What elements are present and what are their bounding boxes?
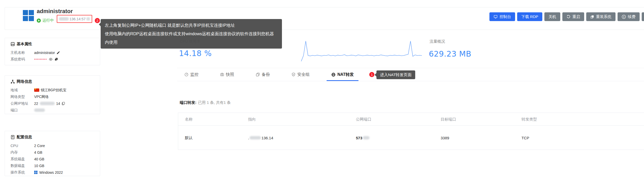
basic-properties-card: 基本属性 主机名称 administrator 系统密码 •••••••••	[5, 38, 100, 65]
card-title-text: 配置信息	[17, 135, 32, 140]
copy-backup-icon	[256, 72, 260, 77]
shield-icon	[291, 72, 296, 77]
password-row: 系统密码 •••••••••	[11, 57, 94, 61]
tab-monitoring[interactable]: 监控	[180, 68, 203, 81]
port-forwarding-table: 名称 指向 公网端口 目标端口 转发类型 默认 .136.14 573 3389…	[178, 113, 644, 150]
redacted-blur	[86, 17, 90, 21]
cpu-row: CPU 2 Core	[11, 144, 94, 148]
table-row: 默认 .136.14 573 3389 TCP	[178, 126, 644, 150]
ip-help-tooltip: 左上角复制公网IP+公网随机端口 就是默认您共享IP挂机宝连接IP地址 使用电脑…	[101, 19, 282, 49]
network-info-card: 网络信息 地域 镇江BGP挂机宝 网络类型 VPC网络 公网IP地址 22 14…	[5, 75, 100, 114]
tab-nat-forwarding[interactable]: NAT转发	[327, 68, 358, 81]
running-play-icon	[37, 19, 41, 23]
rule-target: .136.14	[248, 135, 273, 140]
region-row: 地域 镇江BGP挂机宝	[11, 88, 94, 92]
cut-off-button[interactable]	[642, 12, 644, 21]
tooltip-line-1: 左上角复制公网IP+公网随机端口 就是默认您共享IP挂机宝连接IP地址	[105, 21, 278, 30]
vm-status: 运行中	[37, 18, 54, 23]
renew-icon: $	[622, 15, 626, 19]
redacted-blur	[40, 102, 55, 105]
traffic-label: 流量概况	[430, 39, 445, 44]
restart-icon	[566, 15, 571, 19]
redacted-blur	[59, 17, 69, 21]
redacted-blur	[250, 136, 261, 139]
ip-visible-text: 136.14:57	[70, 17, 86, 21]
renew-button[interactable]: $ 续费	[618, 12, 640, 21]
os-row: 操作系统 Windows 2022	[11, 170, 94, 174]
ip-prefix: 22	[34, 102, 38, 106]
connection-ip-highlight[interactable]: 136.14:57	[57, 15, 92, 23]
region-value: 镇江BGP挂机宝	[41, 88, 67, 93]
shutdown-button[interactable]: 关机	[544, 12, 560, 21]
col-header-public-port: 公网端口	[356, 117, 371, 122]
reinstall-icon	[590, 15, 594, 19]
reinstall-os-button[interactable]: 重装系统	[586, 12, 615, 21]
status-label: 运行中	[42, 18, 54, 23]
system-disk-value: 40 GB	[34, 157, 44, 161]
rule-type-link[interactable]: TCP	[522, 135, 529, 140]
console-icon	[494, 15, 498, 19]
header-actions: 控制台 下载 RDP 关机 重启 重装系统 $ 续费	[489, 12, 644, 21]
network-card-icon	[11, 79, 15, 84]
windows-logo-small-icon	[34, 171, 38, 174]
network-type-value: VPC网络	[34, 95, 49, 99]
rule-name: 默认	[185, 135, 193, 140]
system-disk-row: 系统磁盘 40 GB	[11, 157, 94, 161]
camera-icon	[220, 72, 224, 77]
data-disk-value: 10 GB	[34, 164, 44, 168]
rule-target-port: 3389	[441, 135, 449, 140]
col-header-type: 转发类型	[522, 117, 537, 122]
memory-row: 内存 4 GB	[11, 150, 94, 154]
config-info-card: 配置信息 CPU 2 Core 内存 4 GB 系统磁盘 40 GB 数据磁盘 …	[5, 131, 100, 176]
hostname-value: administrator	[34, 51, 55, 55]
summary-usage: 已用 1 条, 共有1 条	[198, 100, 231, 105]
card-title-text: 网络信息	[17, 79, 32, 84]
nat-tooltip-text: 进入NAT转发页面	[380, 72, 412, 78]
vm-detail-page: administrator 运行中 136.14:57 2 控制台 下载 RDP…	[0, 0, 644, 191]
table-header-row: 名称 指向 公网端口 目标端口 转发类型	[178, 113, 644, 126]
port-forwarding-summary: 端口转发:已用 1 条, 共有1 条	[180, 100, 231, 105]
annotation-badge-2: 2	[95, 18, 100, 23]
network-type-row: 网络类型 VPC网络	[11, 95, 94, 99]
download-rdp-button[interactable]: 下载 RDP	[517, 12, 542, 21]
memory-value: 4 GB	[34, 150, 42, 154]
image-card-icon	[11, 42, 15, 46]
public-ip-row: 公网IP地址 22 14	[11, 102, 94, 105]
tab-backup[interactable]: 备份	[251, 68, 274, 81]
copy-ip-icon[interactable]	[62, 102, 65, 105]
nat-tab-tooltip: 进入NAT转发页面	[376, 70, 415, 79]
tab-snapshot[interactable]: 快照	[215, 68, 239, 81]
cpu-value: 2 Core	[34, 144, 45, 148]
restart-button[interactable]: 重启	[562, 12, 584, 21]
monitor-gauge-icon	[184, 72, 188, 77]
col-header-target: 指向	[248, 117, 256, 122]
col-header-name: 名称	[185, 117, 193, 122]
col-header-target-port: 目标端口	[441, 117, 456, 122]
data-disk-row: 数据磁盘 10 GB	[11, 164, 94, 168]
cpu-usage-value: 14.18 %	[179, 49, 212, 58]
tooltip-arrow	[375, 73, 376, 77]
summary-title: 端口转发:	[180, 100, 196, 105]
os-value: Windows 2022	[39, 170, 63, 175]
redacted-blur	[363, 136, 370, 139]
port-row: 端口	[11, 108, 94, 112]
tooltip-line-2: 使用电脑内的RDP远程桌面连接软件或支持windows远程桌面连接协议的软件连接…	[105, 30, 278, 47]
windows-logo-icon	[23, 10, 34, 21]
server-card-icon	[11, 135, 15, 139]
hostname-row: 主机名称 administrator	[11, 51, 94, 54]
show-password-eye-icon[interactable]	[49, 57, 53, 61]
card-title-text: 基本属性	[17, 42, 32, 47]
redacted-blur	[34, 108, 45, 112]
copy-password-icon[interactable]	[54, 57, 58, 61]
tab-security-group[interactable]: 安全组	[287, 68, 314, 81]
console-button[interactable]: 控制台	[489, 12, 515, 21]
edit-pencil-icon[interactable]	[56, 51, 60, 54]
traffic-value: 629.23 MB	[429, 49, 471, 58]
vm-title: administrator	[37, 8, 73, 15]
ip-suffix: 14	[56, 102, 60, 106]
svg-text:$: $	[623, 15, 625, 18]
tooltip-arrow	[99, 23, 101, 26]
rule-public-port: 573	[356, 135, 370, 140]
globe-nat-icon	[331, 72, 336, 77]
annotation-badge-1: 1	[369, 72, 374, 77]
